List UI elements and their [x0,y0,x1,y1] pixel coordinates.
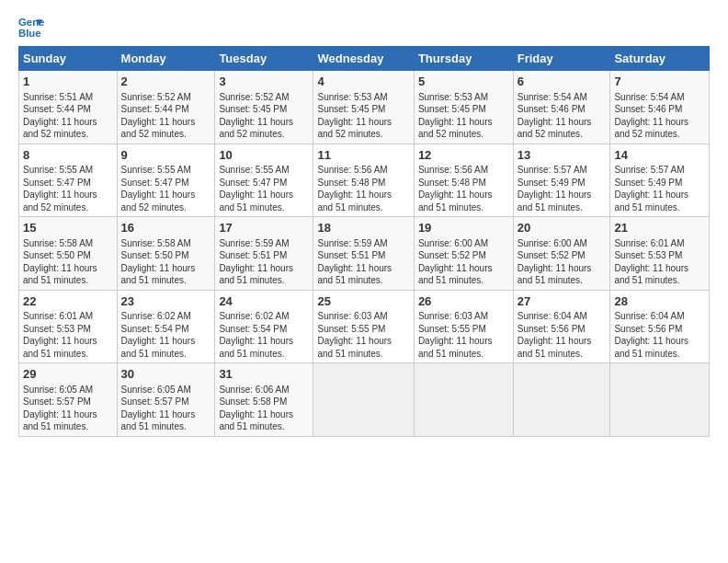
weekday-header-thursday: Thursday [414,47,513,71]
calendar-cell: 28Sunrise: 6:04 AM Sunset: 5:56 PM Dayli… [610,290,710,363]
day-info: Sunrise: 5:58 AM Sunset: 5:50 PM Dayligh… [23,237,113,287]
day-number: 17 [219,220,309,236]
day-number: 25 [317,293,409,310]
day-info: Sunrise: 6:06 AM Sunset: 5:58 PM Dayligh… [219,384,309,433]
calendar-cell: 14Sunrise: 5:57 AM Sunset: 5:49 PM Dayli… [610,144,710,217]
svg-text:Blue: Blue [18,28,41,39]
day-info: Sunrise: 6:03 AM Sunset: 5:55 PM Dayligh… [317,310,409,360]
calendar-cell [513,363,610,437]
day-info: Sunrise: 5:54 AM Sunset: 5:46 PM Dayligh… [518,91,607,141]
day-number: 21 [614,220,705,236]
logo: General Blue [18,15,46,40]
calendar-cell: 12Sunrise: 5:56 AM Sunset: 5:48 PM Dayli… [414,144,513,217]
calendar-cell [414,363,513,437]
day-info: Sunrise: 5:51 AM Sunset: 5:44 PM Dayligh… [23,91,113,141]
calendar-cell: 18Sunrise: 5:59 AM Sunset: 5:51 PM Dayli… [313,217,414,291]
weekday-header-sunday: Sunday [19,47,118,71]
calendar-cell: 30Sunrise: 6:05 AM Sunset: 5:57 PM Dayli… [117,363,215,437]
day-number: 22 [23,293,113,310]
calendar-cell: 29Sunrise: 6:05 AM Sunset: 5:57 PM Dayli… [19,363,118,437]
day-number: 15 [23,220,113,236]
day-number: 5 [418,74,509,90]
day-info: Sunrise: 6:01 AM Sunset: 5:53 PM Dayligh… [23,310,113,360]
day-info: Sunrise: 5:56 AM Sunset: 5:48 PM Dayligh… [418,164,509,213]
day-info: Sunrise: 5:52 AM Sunset: 5:44 PM Dayligh… [121,91,211,141]
calendar: SundayMondayTuesdayWednesdayThursdayFrid… [18,46,710,437]
day-info: Sunrise: 5:56 AM Sunset: 5:48 PM Dayligh… [317,164,409,213]
calendar-cell: 2Sunrise: 5:52 AM Sunset: 5:44 PM Daylig… [117,71,215,144]
day-number: 4 [317,74,409,90]
day-info: Sunrise: 6:04 AM Sunset: 5:56 PM Dayligh… [518,310,607,360]
day-number: 8 [23,147,113,164]
day-info: Sunrise: 6:00 AM Sunset: 5:52 PM Dayligh… [518,237,607,287]
day-number: 2 [121,74,211,90]
calendar-cell: 31Sunrise: 6:06 AM Sunset: 5:58 PM Dayli… [215,363,313,437]
weekday-header-wednesday: Wednesday [313,47,414,71]
day-info: Sunrise: 6:02 AM Sunset: 5:54 PM Dayligh… [121,310,211,360]
calendar-cell: 26Sunrise: 6:03 AM Sunset: 5:55 PM Dayli… [414,290,513,363]
day-info: Sunrise: 6:04 AM Sunset: 5:56 PM Dayligh… [614,310,705,360]
weekday-header-friday: Friday [513,47,610,71]
day-number: 30 [121,366,211,383]
day-number: 13 [518,147,607,164]
day-number: 18 [317,220,409,236]
calendar-cell: 25Sunrise: 6:03 AM Sunset: 5:55 PM Dayli… [313,290,414,363]
day-info: Sunrise: 6:03 AM Sunset: 5:55 PM Dayligh… [418,310,509,360]
day-info: Sunrise: 5:55 AM Sunset: 5:47 PM Dayligh… [219,164,309,213]
calendar-cell: 16Sunrise: 5:58 AM Sunset: 5:50 PM Dayli… [117,217,215,291]
day-number: 16 [121,220,211,236]
calendar-cell [610,363,710,437]
day-info: Sunrise: 5:52 AM Sunset: 5:45 PM Dayligh… [219,91,309,141]
calendar-cell: 27Sunrise: 6:04 AM Sunset: 5:56 PM Dayli… [513,290,610,363]
day-info: Sunrise: 6:02 AM Sunset: 5:54 PM Dayligh… [219,310,309,360]
calendar-cell: 21Sunrise: 6:01 AM Sunset: 5:53 PM Dayli… [610,217,710,291]
calendar-cell: 13Sunrise: 5:57 AM Sunset: 5:49 PM Dayli… [513,144,610,217]
day-info: Sunrise: 5:53 AM Sunset: 5:45 PM Dayligh… [317,91,409,141]
day-number: 27 [518,293,607,310]
day-info: Sunrise: 5:54 AM Sunset: 5:46 PM Dayligh… [614,91,705,141]
day-number: 10 [219,147,309,164]
day-number: 11 [317,147,409,164]
day-number: 7 [614,74,705,90]
day-info: Sunrise: 5:57 AM Sunset: 5:49 PM Dayligh… [518,164,607,213]
calendar-cell: 6Sunrise: 5:54 AM Sunset: 5:46 PM Daylig… [513,71,610,144]
day-number: 12 [418,147,509,164]
calendar-cell: 11Sunrise: 5:56 AM Sunset: 5:48 PM Dayli… [313,144,414,217]
day-info: Sunrise: 5:59 AM Sunset: 5:51 PM Dayligh… [317,237,409,287]
calendar-cell: 20Sunrise: 6:00 AM Sunset: 5:52 PM Dayli… [513,217,610,291]
day-info: Sunrise: 5:59 AM Sunset: 5:51 PM Dayligh… [219,237,309,287]
day-info: Sunrise: 6:05 AM Sunset: 5:57 PM Dayligh… [23,384,113,433]
calendar-cell: 15Sunrise: 5:58 AM Sunset: 5:50 PM Dayli… [19,217,118,291]
calendar-cell: 22Sunrise: 6:01 AM Sunset: 5:53 PM Dayli… [19,290,118,363]
calendar-cell: 8Sunrise: 5:55 AM Sunset: 5:47 PM Daylig… [19,144,118,217]
day-number: 31 [219,366,309,383]
weekday-header-tuesday: Tuesday [215,47,313,71]
calendar-cell: 4Sunrise: 5:53 AM Sunset: 5:45 PM Daylig… [313,71,414,144]
day-info: Sunrise: 5:55 AM Sunset: 5:47 PM Dayligh… [121,164,211,213]
day-info: Sunrise: 5:55 AM Sunset: 5:47 PM Dayligh… [23,164,113,213]
weekday-header-monday: Monday [117,47,215,71]
day-info: Sunrise: 5:57 AM Sunset: 5:49 PM Dayligh… [614,164,705,213]
day-number: 6 [518,74,607,90]
day-number: 26 [418,293,509,310]
day-number: 1 [23,74,113,90]
day-info: Sunrise: 5:53 AM Sunset: 5:45 PM Dayligh… [418,91,509,141]
calendar-cell: 17Sunrise: 5:59 AM Sunset: 5:51 PM Dayli… [215,217,313,291]
day-number: 28 [614,293,705,310]
calendar-cell: 23Sunrise: 6:02 AM Sunset: 5:54 PM Dayli… [117,290,215,363]
calendar-cell: 24Sunrise: 6:02 AM Sunset: 5:54 PM Dayli… [215,290,313,363]
day-number: 19 [418,220,509,236]
day-number: 20 [518,220,607,236]
day-number: 23 [121,293,211,310]
calendar-cell: 9Sunrise: 5:55 AM Sunset: 5:47 PM Daylig… [117,144,215,217]
calendar-cell: 19Sunrise: 6:00 AM Sunset: 5:52 PM Dayli… [414,217,513,291]
calendar-cell [313,363,414,437]
calendar-cell: 3Sunrise: 5:52 AM Sunset: 5:45 PM Daylig… [215,71,313,144]
day-number: 9 [121,147,211,164]
day-info: Sunrise: 5:58 AM Sunset: 5:50 PM Dayligh… [121,237,211,287]
day-info: Sunrise: 6:00 AM Sunset: 5:52 PM Dayligh… [418,237,509,287]
calendar-cell: 5Sunrise: 5:53 AM Sunset: 5:45 PM Daylig… [414,71,513,144]
day-info: Sunrise: 6:01 AM Sunset: 5:53 PM Dayligh… [614,237,705,287]
calendar-cell: 1Sunrise: 5:51 AM Sunset: 5:44 PM Daylig… [19,71,118,144]
day-number: 24 [219,293,309,310]
